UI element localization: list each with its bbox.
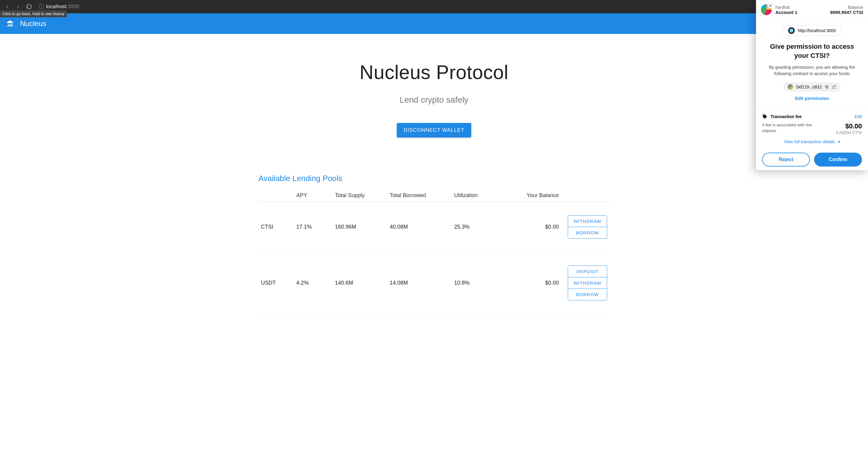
back-tooltip: Click to go back, hold to see history <box>0 10 67 17</box>
back-button[interactable] <box>4 3 11 10</box>
main-content: Nucleus Protocol Lend crypto safely DISC… <box>0 34 868 314</box>
col-your-balance: Your Balance <box>506 189 561 202</box>
cell-total-borrowed: 40.08M <box>388 202 452 252</box>
fee-description: A fee is associated with this request. <box>762 122 813 133</box>
col-total-supply: Total Supply <box>333 189 388 202</box>
contract-chip: 0xf119...c812 <box>783 82 840 91</box>
table-row: USDT 4.2% 140.6M 14.08M 10.8% $0.00 DEPO… <box>258 252 610 314</box>
table-header-row: APY Total Supply Total Borrowed Utilizat… <box>258 189 610 202</box>
copy-icon[interactable] <box>825 85 829 89</box>
balance-value: 9999.9547 CTSI <box>830 10 863 15</box>
react-icon <box>788 27 795 34</box>
action-stack: WITHDRAW BORROW <box>568 215 607 239</box>
origin-url: http://localhost:3000 <box>798 28 836 33</box>
cell-asset: CTSI <box>258 202 294 252</box>
cell-actions: DEPOSIT WITHDRAW BORROW <box>561 252 610 314</box>
borrow-button[interactable]: BORROW <box>568 289 607 300</box>
disconnect-wallet-button[interactable]: DISCONNECT WALLET <box>397 123 471 138</box>
borrow-button[interactable]: BORROW <box>568 227 607 238</box>
bank-icon <box>6 20 14 28</box>
cell-total-supply: 160.96M <box>333 202 388 252</box>
deposit-button[interactable]: DEPOSIT <box>568 266 607 277</box>
browser-toolbar: i localhost:3000 <box>0 0 868 13</box>
pools-table: APY Total Supply Total Borrowed Utilizat… <box>258 189 610 314</box>
confirm-button[interactable]: Confirm <box>814 153 862 167</box>
withdraw-button[interactable]: WITHDRAW <box>568 216 607 227</box>
fee-title: Transaction fee <box>771 114 851 119</box>
url-bar[interactable]: i localhost:3000 <box>36 4 864 10</box>
table-row: CTSI 17.1% 160.96M 40.08M 25.3% $0.00 WI… <box>258 202 610 252</box>
network-badge: H <box>768 3 773 8</box>
external-link-icon[interactable] <box>832 85 836 89</box>
app-title: Nucleus <box>20 19 46 28</box>
edit-permission-link[interactable]: Edit permission <box>795 96 829 101</box>
fee-amount-sub: 0.00004 CTSI <box>836 130 862 135</box>
col-utilization: Utilization <box>452 189 507 202</box>
cell-apy: 4.2% <box>294 252 333 314</box>
permission-title: Give permission to access your CTSI? <box>762 42 862 60</box>
network-name: hardhat <box>775 5 830 10</box>
cell-total-borrowed: 14.08M <box>388 252 452 314</box>
hero-title: Nucleus Protocol <box>0 61 868 84</box>
pools-title: Available Lending Pools <box>258 174 610 183</box>
site-info-icon[interactable]: i <box>39 4 43 9</box>
app-header: Nucleus <box>0 13 868 34</box>
account-avatar-icon[interactable]: H <box>761 4 772 15</box>
svg-point-0 <box>791 30 792 31</box>
col-apy: APY <box>294 189 333 202</box>
cell-total-supply: 140.6M <box>333 252 388 314</box>
url-port: :3000 <box>66 4 79 9</box>
view-full-details-link[interactable]: View full transaction details ▾ <box>762 139 862 144</box>
withdraw-button[interactable]: WITHDRAW <box>568 277 607 289</box>
cell-actions: WITHDRAW BORROW <box>561 202 610 252</box>
col-asset <box>258 189 294 202</box>
pools-section: Available Lending Pools APY Total Supply… <box>258 174 610 314</box>
cell-apy: 17.1% <box>294 202 333 252</box>
account-name: Account 1 <box>775 10 830 15</box>
wallet-popup: H hardhat Account 1 Balance 9999.9547 CT… <box>756 0 868 170</box>
forward-button[interactable] <box>14 3 22 10</box>
action-stack: DEPOSIT WITHDRAW BORROW <box>568 266 607 300</box>
tag-icon <box>762 114 768 119</box>
wallet-body: http://localhost:3000 Give permission to… <box>756 20 868 108</box>
col-actions <box>561 189 610 202</box>
cell-your-balance: $0.00 <box>506 252 561 314</box>
fee-amount-main: $0.00 <box>836 122 862 130</box>
cell-your-balance: $0.00 <box>506 202 561 252</box>
view-full-details-label: View full transaction details <box>784 139 835 144</box>
cell-utilization: 25.3% <box>452 202 507 252</box>
url-host: localhost <box>46 4 66 9</box>
fee-edit-link[interactable]: Edit <box>855 114 862 119</box>
wallet-header: H hardhat Account 1 Balance 9999.9547 CT… <box>756 0 868 20</box>
contract-address: 0xf119...c812 <box>796 85 822 89</box>
hero-subtitle: Lend crypto safely <box>0 95 868 105</box>
cell-asset: USDT <box>258 252 294 314</box>
cell-utilization: 10.8% <box>452 252 507 314</box>
reload-button[interactable] <box>25 3 33 10</box>
fee-section: Transaction fee Edit A fee is associated… <box>756 108 868 147</box>
contract-identicon-icon <box>788 84 793 90</box>
reject-button[interactable]: Reject <box>762 153 810 167</box>
origin-chip: http://localhost:3000 <box>783 25 841 36</box>
chevron-down-icon: ▾ <box>838 139 840 144</box>
permission-description: By granting permission, you are allowing… <box>762 64 862 77</box>
col-total-borrowed: Total Borrowed <box>388 189 452 202</box>
balance-label: Balance <box>830 5 863 10</box>
popup-actions: Reject Confirm <box>756 147 868 170</box>
